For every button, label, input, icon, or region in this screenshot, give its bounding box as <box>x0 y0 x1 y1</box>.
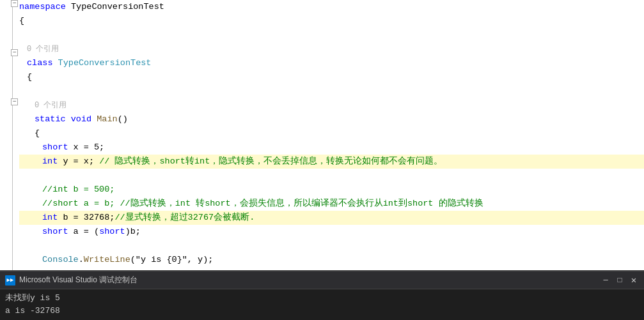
code-line-4: 0 个引用 <box>19 42 644 56</box>
code-container: − − <box>0 0 644 270</box>
code-line-8: 0 个引用 <box>19 98 644 112</box>
keyword-namespace: namespace <box>19 0 71 14</box>
console-panel: ▶▶ Microsoft Visual Studio 调试控制台 — □ ✕ 未… <box>0 270 644 320</box>
code-line-13 <box>19 169 644 183</box>
code-line-3 <box>19 28 644 42</box>
console-controls: — □ ✕ <box>601 275 639 286</box>
code-line-1: namespace TypeConversionTest <box>19 0 644 14</box>
code-line-19: Console . WriteLine ("y is {0}", y); <box>19 253 644 267</box>
code-line-18 <box>19 239 644 253</box>
code-line-14: //int b = 500; <box>19 183 644 197</box>
hint-main-refs: 0 个引用 <box>35 98 67 112</box>
code-lines: namespace TypeConversionTest { 0 个引用 cla… <box>19 0 644 270</box>
text-namespace-name: TypeConversionTest <box>71 0 164 14</box>
code-line-20: Console . WriteLine ("a is {0}", a); <box>19 267 644 270</box>
code-line-16: int b = 32768; //显式转换，超过32767会被截断. <box>19 211 644 225</box>
maximize-button[interactable]: □ <box>615 275 625 286</box>
code-line-11: short x = 5; <box>19 141 644 155</box>
code-line-10: { <box>19 126 644 141</box>
console-output-line-1: 未找到y is 5 <box>5 292 639 305</box>
code-line-2: { <box>19 14 644 28</box>
console-output-line-2: a is -32768 <box>5 305 639 317</box>
code-line-15: //short a = b; //隐式转换，int 转short，会损失信息，所… <box>19 197 644 211</box>
console-icon: ▶▶ <box>5 275 15 286</box>
code-line-17: short a = ( short )b; <box>19 225 644 239</box>
close-button[interactable]: ✕ <box>629 275 639 286</box>
console-title: Microsoft Visual Studio 调试控制台 <box>19 275 601 286</box>
console-titlebar: ▶▶ Microsoft Visual Studio 调试控制台 — □ ✕ <box>0 271 644 289</box>
hint-class-refs: 0 个引用 <box>27 42 59 56</box>
code-line-7 <box>19 84 644 98</box>
code-line-9: static void Main () <box>19 112 644 126</box>
console-body: 未找到y is 5 a is -32768 <box>0 289 644 320</box>
code-line-5: class TypeConversionTest <box>19 56 644 70</box>
collapse-main[interactable]: − <box>11 98 18 105</box>
editor-area: − − <box>0 0 644 270</box>
code-line-12: int y = x; // 隐式转换，short转int，隐式转换，不会丢掉信息… <box>19 155 644 169</box>
minimize-button[interactable]: — <box>601 275 611 286</box>
code-line-6: { <box>19 70 644 84</box>
collapse-class[interactable]: − <box>11 49 18 56</box>
collapse-namespace[interactable]: − <box>11 0 18 7</box>
